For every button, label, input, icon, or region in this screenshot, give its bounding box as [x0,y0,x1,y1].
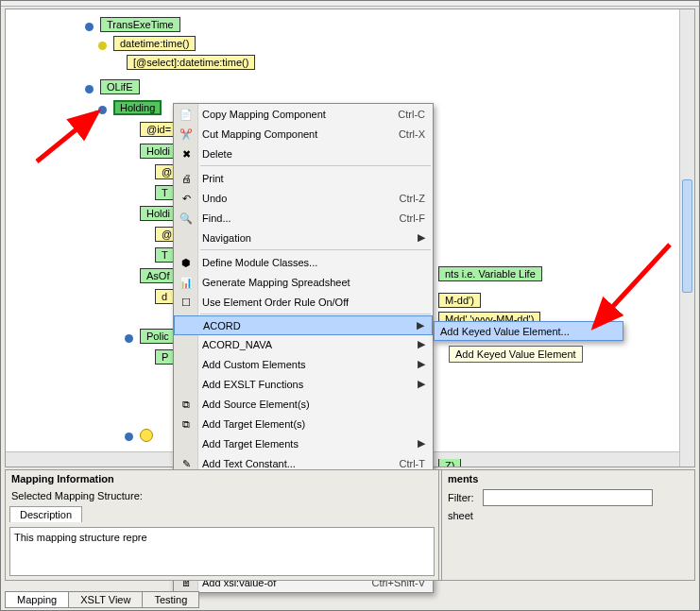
submenu-arrow-icon: ▶ [418,437,425,450]
tree-expand-dot[interactable] [98,106,107,114]
hint-bulb-icon[interactable] [140,429,153,442]
description-text: This mapping structure repre [14,532,147,543]
menu-label: ACORD_NAVA [202,339,272,350]
menu-add-source-elements[interactable]: ⧉ Add Source Element(s) [174,394,433,414]
submenu-arrow-icon: ▶ [417,319,424,331]
filter-label: Filter: [448,489,480,506]
menu-shortcut: Ctrl-T [400,458,426,469]
filter-input[interactable] [483,489,653,506]
menu-shortcut: Ctrl-Z [400,193,426,204]
spreadsheet-icon: 📊 [179,275,194,290]
menu-print[interactable]: 🖨 Print [174,168,433,188]
menu-label: Add EXSLT Functions [202,379,303,390]
node-datetime-time[interactable]: datetime:time() [113,36,196,51]
menu-label: Add Source Element(s) [202,399,310,410]
menu-find[interactable]: 🔍 Find... Ctrl-F [174,208,433,228]
node-select-datetime-time[interactable]: [@select]:datetime:time() [127,55,255,70]
node-date-frag[interactable]: M-dd') [438,293,481,308]
menu-acord-nava[interactable]: ACORD_NAVA ▶ [174,334,433,354]
menu-add-target-element[interactable]: ⧉ Add Target Element(s) [174,414,433,433]
menu-generate-spreadsheet[interactable]: 📊 Generate Mapping Spreadsheet [174,272,433,292]
node-d[interactable]: d [155,289,174,304]
node-z-frag: Z) [438,459,461,467]
node-variable-life-frag[interactable]: nts i.e. Variable Life [438,266,542,281]
node-t[interactable]: T [155,185,175,200]
add-source-icon: ⧉ [179,397,194,412]
menu-label: Define Module Classes... [202,257,317,268]
delete-icon: ✖ [179,146,194,161]
tree-expand-dot[interactable] [98,42,107,50]
submenu-arrow-icon: ▶ [418,378,425,390]
menu-label: Navigation [202,232,251,244]
menu-define-module[interactable]: ⬢ Define Module Classes... [174,252,433,272]
node-holdi[interactable]: Holdi [140,206,177,221]
menu-separator [200,165,431,166]
menu-shortcut: Ctrl-X [399,128,425,140]
menu-label: Find... [202,212,231,224]
tree-expand-dot[interactable] [85,85,94,93]
menu-shortcut: Ctrl-C [398,109,425,120]
menu-add-exslt[interactable]: Add EXSLT Functions ▶ [174,374,433,394]
submenu-label: Add Keyed Value Element... [440,326,570,337]
module-icon: ⬢ [179,255,194,270]
mapping-info-pane: Mapping Information Selected Mapping Str… [6,470,438,580]
menu-label: Generate Mapping Spreadsheet [202,277,350,288]
tree-expand-dot[interactable] [125,334,133,343]
submenu-arrow-icon: ▶ [418,231,425,244]
vertical-scrollbar[interactable] [679,9,694,467]
elements-title-frag: ments [442,470,694,487]
menu-undo[interactable]: ↶ Undo Ctrl-Z [174,188,433,208]
tab-xslt-view[interactable]: XSLT View [68,591,143,608]
node-polic[interactable]: Polic [140,329,176,344]
menu-label: Print [202,173,224,184]
menu-add-custom-elements[interactable]: Add Custom Elements ▶ [174,354,433,374]
submenu-arrow-icon: ▶ [418,338,425,350]
window-toolbar [1,1,699,7]
selected-structure-label: Selected Mapping Structure: [6,487,148,504]
mapping-info-title: Mapping Information [6,470,438,487]
menu-delete[interactable]: ✖ Delete [174,144,433,163]
copy-icon: 📄 [179,107,194,122]
menu-separator [200,314,431,314]
submenu-arrow-icon: ▶ [418,358,425,370]
scrollbar-thumb[interactable] [682,179,692,293]
menu-use-element-order[interactable]: ☐ Use Element Order Rule On/Off [174,292,433,312]
menu-label: ACORD [203,320,241,331]
node-holdi[interactable]: Holdi [140,144,177,159]
menu-label: Use Element Order Rule On/Off [202,297,349,308]
node-olife[interactable]: OLifE [100,79,140,94]
node-asof[interactable]: AsOf [140,268,176,283]
tree-expand-dot[interactable] [125,433,133,441]
node-transexetime[interactable]: TransExeTime [100,17,180,32]
tab-mapping[interactable]: Mapping [5,591,69,608]
menu-label: Copy Mapping Component [202,109,326,120]
menu-label: Cut Mapping Component [202,128,317,140]
description-textarea[interactable]: This mapping structure repre [9,527,435,576]
bottom-tab-bar: Mapping XSLT View Testing [5,591,198,608]
sheet-frag-label: sheet [442,508,694,523]
tree-expand-dot[interactable] [85,23,94,31]
menu-cut-mapping[interactable]: ✂️ Cut Mapping Component Ctrl-X [174,124,433,144]
tab-testing[interactable]: Testing [142,591,199,608]
add-target-icon: ⧉ [179,416,194,432]
submenu-add-keyed-value[interactable]: Add Keyed Value Element... [434,321,623,341]
print-icon: 🖨 [179,171,194,186]
menu-label: Add Custom Elements [202,359,305,370]
tooltip-add-keyed-value: Add Keyed Value Element [449,346,583,363]
undo-icon: ↶ [179,191,194,206]
node-holding-selected[interactable]: Holding [113,100,162,115]
menu-label: Add Target Element(s) [202,418,305,430]
menu-label: Undo [202,193,227,204]
node-t[interactable]: T [155,247,175,263]
menu-shortcut: Ctrl-F [400,212,426,224]
find-icon: 🔍 [179,211,194,226]
cut-icon: ✂️ [179,127,194,142]
tab-description[interactable]: Description [9,506,82,522]
menu-add-target-elements[interactable]: Add Target Elements ▶ [174,433,433,453]
menu-label: Add Text Constant... [202,458,296,469]
info-panel: Mapping Information Selected Mapping Str… [5,469,695,581]
menu-copy-mapping[interactable]: 📄 Copy Mapping Component Ctrl-C [174,104,433,124]
menu-separator [200,249,431,250]
menu-navigation[interactable]: Navigation ▶ [174,228,433,247]
menu-acord[interactable]: ACORD ▶ [174,315,433,335]
